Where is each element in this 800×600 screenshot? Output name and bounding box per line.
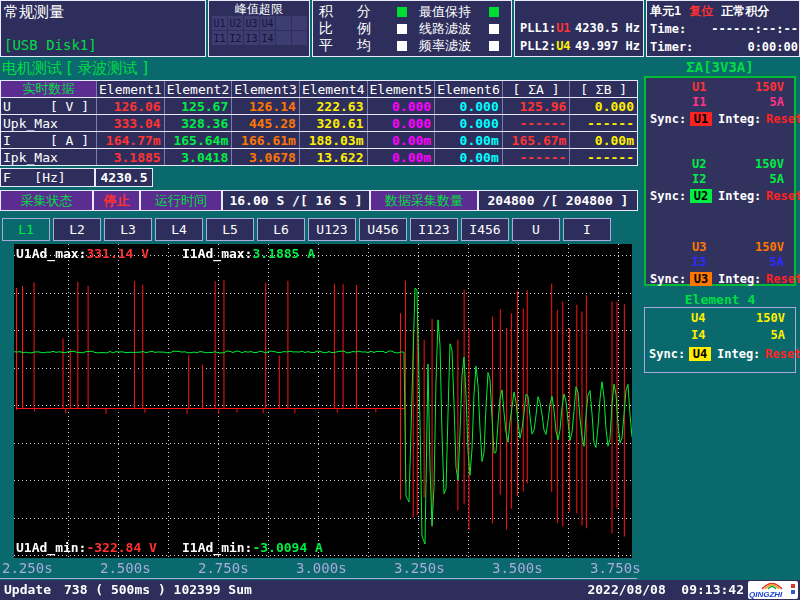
measurement-value: 164.77m: [96, 132, 164, 148]
measurement-value: 0.00m: [434, 132, 502, 148]
peak-cell: [292, 16, 307, 30]
acq-runtime-label: 运行时间: [140, 190, 222, 211]
table-row: Ipk_Max3.18853.04183.067813.6220.00m0.00…: [1, 149, 637, 165]
sigma-u-name: U2: [692, 157, 706, 171]
measurement-value: 3.0678: [231, 149, 299, 165]
integ-filter-row: 平均频率滤波: [319, 38, 509, 54]
element4-box: U4 150V I4 5A Sync: U4 Integ: Reset: [644, 307, 796, 373]
x-tick-label: 3.750s: [590, 560, 641, 576]
sigma-u-name: U1: [692, 80, 706, 94]
x-tick-label: 2.750s: [198, 560, 249, 576]
sync-source-chip[interactable]: U2: [690, 189, 712, 203]
integ-label: Integ:: [718, 112, 761, 126]
u-max-readout: U1Ad_max:331.14 V: [16, 246, 149, 261]
x-tick-label: 3.000s: [296, 560, 347, 576]
peak-cell: I2: [228, 31, 243, 45]
measurement-table: 实时数据Element1Element2Element3Element4Elem…: [0, 80, 638, 166]
pll1-value: 4230.5 Hz: [571, 21, 640, 35]
pll2-row: PLL2:U449.997 Hz: [520, 39, 640, 53]
tab-l2[interactable]: L2: [53, 218, 101, 241]
integ-checkbox[interactable]: [397, 24, 407, 34]
sync-source-chip[interactable]: U3: [690, 272, 712, 286]
tab-l4[interactable]: L4: [155, 218, 203, 241]
integ-reset-button[interactable]: Reset: [766, 272, 800, 286]
measurement-value: 222.63: [299, 98, 367, 114]
unit-name: 单元1: [650, 3, 681, 20]
table-row: U [ V ]126.06125.67126.14222.630.0000.00…: [1, 98, 637, 115]
datetime: 2022/08/08 09:13:42: [587, 582, 744, 597]
filter-checkbox[interactable]: [489, 41, 499, 51]
element4-sync-source-chip[interactable]: U4: [689, 347, 711, 361]
tab-u456[interactable]: U456: [359, 218, 407, 241]
filter-checkbox[interactable]: [489, 7, 499, 17]
sync-source-chip[interactable]: U1: [690, 112, 712, 126]
element4-u-name: U4: [691, 311, 705, 325]
pll1-row: PLL1:U14230.5 Hz: [520, 21, 640, 35]
sigma-sync-row: Sync:U2Integ:Reset: [646, 189, 794, 203]
peak-cell: I1: [212, 31, 227, 45]
integ-checkbox[interactable]: [397, 41, 407, 51]
sigma-i-name: I2: [692, 172, 706, 186]
column-header: [ ΣB ]: [569, 81, 637, 97]
brand-logo-text: QINGZHI: [749, 590, 783, 599]
time-value: ------:--:--: [686, 22, 798, 36]
x-tick-label: 2.500s: [100, 560, 151, 576]
element4-i-range: 5A: [771, 328, 785, 342]
integ-filter-row: 积分最值保持: [319, 4, 509, 20]
acq-runtime-value: 16.00 S /[ 16 S ]: [222, 190, 370, 211]
measurement-value: 0.000: [367, 115, 435, 131]
column-header: Element4: [299, 81, 367, 97]
x-axis: 2.250s2.500s2.750s3.000s3.250s3.500s3.75…: [0, 558, 637, 579]
measurement-value: 166.61m: [231, 132, 299, 148]
integ-checkbox[interactable]: [397, 7, 407, 17]
table-row: Upk_Max333.04328.36445.28320.610.0000.00…: [1, 115, 637, 132]
tab-i456[interactable]: I456: [461, 218, 509, 241]
measurement-value: 320.61: [299, 115, 367, 131]
tab-l6[interactable]: L6: [257, 218, 305, 241]
element4-u-range: 150V: [756, 311, 785, 325]
pll-panel: PLL1:U14230.5 Hz PLL2:U449.997 Hz: [514, 0, 644, 57]
peak-over-limit-panel: 峰值超限 U1U2U3U4I1I2I3I4: [208, 0, 310, 57]
usb-disk-label: [USB Disk1]: [4, 37, 97, 53]
tab-u123[interactable]: U123: [308, 218, 356, 241]
element4-title: Element 4: [644, 292, 796, 307]
integ-char: 分: [357, 3, 397, 21]
mode-title: 常规测量: [4, 3, 64, 22]
row-label: U [ V ]: [1, 98, 96, 114]
tab-l3[interactable]: L3: [104, 218, 152, 241]
time-label: Time:: [650, 22, 686, 36]
element4-integ-reset-button[interactable]: Reset: [765, 347, 800, 361]
integration-filter-panel: 积分最值保持比例线路滤波平均频率滤波: [312, 0, 512, 57]
measurement-value: 0.00m: [367, 132, 435, 148]
sigma-u-row: U2150V: [646, 157, 794, 171]
filter-checkbox[interactable]: [489, 24, 499, 34]
sigma-u-range: 150V: [755, 80, 784, 94]
unit-reset-label[interactable]: 复位: [689, 3, 713, 20]
tab-i[interactable]: I: [563, 218, 611, 241]
tab-l1[interactable]: L1: [2, 218, 50, 241]
sample-counter: 738 ( 500ms ) 102399 Sum: [64, 582, 252, 597]
tab-l5[interactable]: L5: [206, 218, 254, 241]
measurement-value: ------: [569, 149, 637, 165]
frequency-label-box: F [Hz]: [0, 168, 95, 187]
integ-char: 均: [357, 37, 397, 55]
measurement-value: 125.67: [164, 98, 232, 114]
tab-u[interactable]: U: [512, 218, 560, 241]
waveform-canvas: [14, 244, 632, 558]
update-label: Update: [4, 582, 51, 597]
pll2-value: 49.997 Hz: [571, 39, 640, 53]
sigma-i-row: I35A: [646, 255, 794, 269]
peak-grid: U1U2U3U4I1I2I3I4: [212, 16, 307, 45]
measurement-value: ------: [502, 115, 570, 131]
tab-i123[interactable]: I123: [410, 218, 458, 241]
integ-reset-button[interactable]: Reset: [766, 112, 800, 126]
sigma-i-name: I1: [692, 95, 706, 109]
integ-reset-button[interactable]: Reset: [766, 189, 800, 203]
sigma-i-name: I3: [692, 255, 706, 269]
integ-char: 积: [319, 3, 357, 21]
sigma-i-row: I15A: [646, 95, 794, 109]
measurement-value: 126.06: [96, 98, 164, 114]
frequency-label: F [Hz]: [3, 170, 66, 185]
x-tick-label: 2.250s: [2, 560, 53, 576]
measurement-value: 125.96: [502, 98, 570, 114]
